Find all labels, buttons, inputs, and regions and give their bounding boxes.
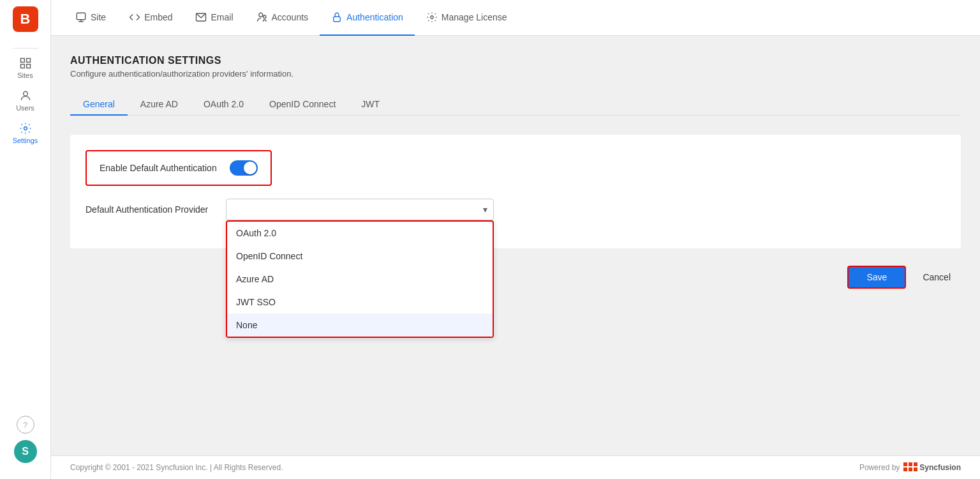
tab-openid[interactable]: OpenID Connect xyxy=(256,94,348,116)
cancel-button[interactable]: Cancel xyxy=(912,267,961,287)
svg-rect-12 xyxy=(903,462,907,466)
action-buttons: Save Cancel xyxy=(847,266,961,289)
option-jwt-sso[interactable]: JWT SSO xyxy=(227,291,493,314)
svg-point-8 xyxy=(258,13,262,17)
tab-jwt[interactable]: JWT xyxy=(348,94,392,116)
option-none[interactable]: None xyxy=(227,314,493,337)
user-avatar[interactable]: S xyxy=(14,440,37,463)
option-openid[interactable]: OpenID Connect xyxy=(227,245,493,268)
toggle-knob xyxy=(244,162,256,174)
svg-point-11 xyxy=(431,15,434,19)
sidebar-item-settings[interactable]: Settings xyxy=(0,117,50,149)
tab-oauth2[interactable]: OAuth 2.0 xyxy=(191,94,256,116)
tab-azure-ad[interactable]: Azure AD xyxy=(128,94,191,116)
enable-default-auth-toggle[interactable] xyxy=(230,160,258,176)
enable-default-auth-label: Enable Default Authentication xyxy=(100,163,217,173)
syncfusion-brand: Syncfusion xyxy=(903,462,961,473)
provider-label: Default Authentication Provider xyxy=(85,204,213,215)
svg-rect-17 xyxy=(914,468,917,471)
svg-rect-3 xyxy=(26,65,30,68)
footer: Copyright © 2001 - 2021 Syncfusion Inc. … xyxy=(51,455,980,479)
sidebar-bottom: ? S xyxy=(14,416,37,473)
syncfusion-logo-icon xyxy=(903,462,917,473)
app-logo: B xyxy=(13,6,38,32)
nav-manage-license[interactable]: Manage License xyxy=(415,0,519,36)
tab-general[interactable]: General xyxy=(70,94,128,116)
svg-rect-14 xyxy=(914,462,917,466)
svg-point-5 xyxy=(24,127,27,130)
nav-email[interactable]: Email xyxy=(184,0,244,36)
sidebar-item-users[interactable]: Users xyxy=(0,84,50,117)
powered-by-label: Powered by xyxy=(859,463,900,472)
sidebar: B Sites Users Settings ? S xyxy=(0,0,51,479)
powered-by: Powered by Syncfusion xyxy=(859,462,961,473)
footer-copyright: Copyright © 2001 - 2021 Syncfusion Inc. … xyxy=(70,463,283,472)
authentication-form: Enable Default Authentication Default Au… xyxy=(70,135,961,248)
svg-rect-6 xyxy=(77,13,85,20)
save-button[interactable]: Save xyxy=(847,266,906,289)
provider-dropdown-menu: OAuth 2.0 OpenID Connect Azure AD JWT SS… xyxy=(226,220,494,338)
svg-rect-10 xyxy=(334,17,341,22)
top-navigation: Site Embed Email Accounts xyxy=(51,0,980,36)
sidebar-item-sites[interactable]: Sites xyxy=(0,52,50,84)
sidebar-divider xyxy=(13,48,38,49)
content-area: AUTHENTICATION SETTINGS Configure authen… xyxy=(51,36,980,455)
provider-row: Default Authentication Provider ▾ OAuth … xyxy=(85,199,946,220)
svg-rect-1 xyxy=(26,59,30,63)
svg-point-9 xyxy=(263,15,266,19)
svg-rect-0 xyxy=(20,59,24,63)
nav-authentication[interactable]: Authentication xyxy=(320,0,415,36)
svg-rect-2 xyxy=(20,65,24,68)
option-azure-ad[interactable]: Azure AD xyxy=(227,268,493,291)
page-title: AUTHENTICATION SETTINGS xyxy=(70,55,961,66)
provider-select[interactable] xyxy=(226,199,494,220)
nav-site[interactable]: Site xyxy=(64,0,117,36)
svg-rect-15 xyxy=(903,468,907,471)
enable-default-auth-row: Enable Default Authentication xyxy=(85,150,272,186)
page-subtitle: Configure authentication/authorization p… xyxy=(70,69,961,79)
help-button[interactable]: ? xyxy=(17,416,34,434)
svg-point-4 xyxy=(23,91,27,96)
svg-rect-16 xyxy=(909,468,912,471)
settings-tabs: General Azure AD OAuth 2.0 OpenID Connec… xyxy=(70,94,961,116)
nav-accounts[interactable]: Accounts xyxy=(245,0,320,36)
option-oauth2[interactable]: OAuth 2.0 xyxy=(227,222,493,245)
svg-rect-13 xyxy=(909,462,912,466)
nav-embed[interactable]: Embed xyxy=(117,0,184,36)
main-panel: Site Embed Email Accounts xyxy=(51,0,980,479)
provider-dropdown-wrapper: ▾ OAuth 2.0 OpenID Connect Azure AD JWT … xyxy=(226,199,494,220)
